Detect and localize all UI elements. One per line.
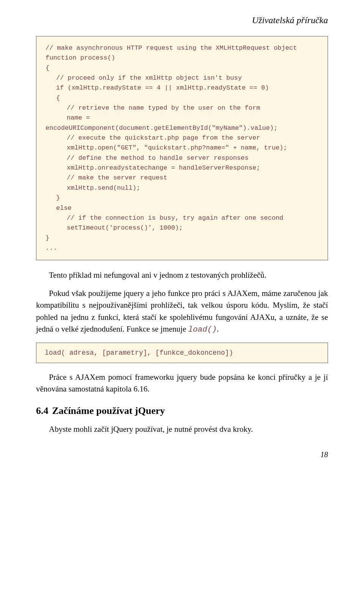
page-header: Uživatelská příručka	[36, 15, 328, 25]
paragraph-text: .	[217, 324, 219, 333]
paragraph: Tento příklad mi nefungoval ani v jednom…	[36, 269, 328, 282]
code-block-load: load( adresa, [parametry], [funkce_dokon…	[36, 343, 328, 363]
code-line: if (xmlHttp.readyState == 4 || xmlHttp.r…	[46, 83, 318, 93]
section-number: 6.4	[36, 405, 49, 416]
code-line: // define the method to handle server re…	[46, 153, 318, 163]
code-line: // retrieve the name typed by the user o…	[46, 103, 318, 113]
paragraph-text: Pokud však použijeme jquery a jeho funkc…	[36, 289, 328, 334]
paragraph: Pokud však použijeme jquery a jeho funkc…	[36, 288, 328, 336]
section-title: Začínáme používat jQuery	[52, 405, 165, 416]
code-line: // if the connection is busy, try again …	[46, 213, 318, 223]
paragraph: Práce s AJAXem pomocí frameworku jquery …	[36, 371, 328, 395]
page-number: 18	[36, 450, 328, 459]
code-line: // execute the quickstart.php page from …	[46, 133, 318, 143]
code-line: }	[46, 193, 318, 203]
code-line: setTimeout('process()', 1000);	[46, 223, 318, 233]
code-line: name =	[46, 113, 318, 123]
code-line: {	[46, 93, 318, 103]
code-block-main: // make asynchronous HTTP request using …	[36, 36, 328, 260]
code-line: function process()	[46, 53, 318, 63]
code-line: // make asynchronous HTTP request using …	[46, 43, 318, 53]
code-line: encodeURIComponent(document.getElementBy…	[46, 123, 318, 133]
code-line: ...	[46, 243, 318, 253]
code-line: }	[46, 233, 318, 243]
code-line: xmlHttp.onreadystatechange = handleServe…	[46, 163, 318, 173]
section-heading: 6.4Začínáme používat jQuery	[36, 405, 328, 417]
code-line: xmlHttp.open("GET", "quickstart.php?name…	[46, 143, 318, 153]
code-line: // proceed only if the xmlHttp object is…	[46, 73, 318, 83]
code-line: xmlHttp.send(null);	[46, 183, 318, 193]
paragraph: Abyste mohli začít jQuery používat, je n…	[36, 423, 328, 436]
code-line: // make the server request	[46, 173, 318, 183]
code-line: else	[46, 203, 318, 213]
code-line: {	[46, 63, 318, 73]
inline-code: load()	[188, 325, 217, 334]
